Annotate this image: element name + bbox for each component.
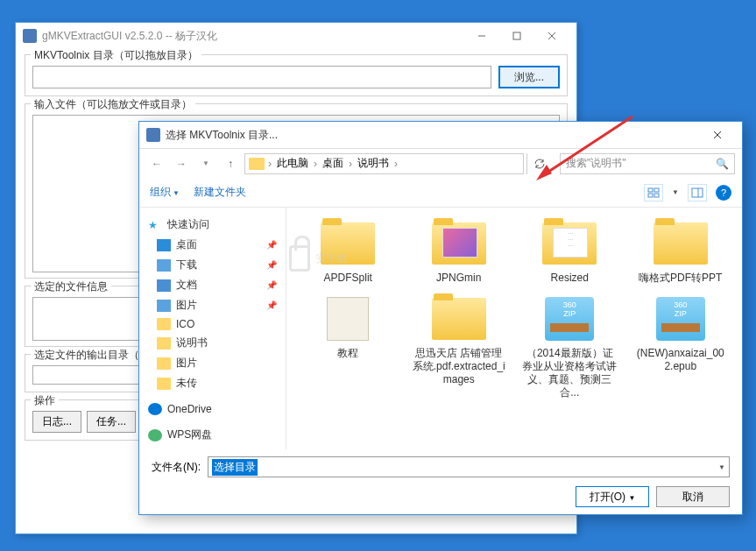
- sidebar-manual[interactable]: 说明书: [145, 333, 280, 353]
- folder-item[interactable]: JPNGmin: [405, 216, 514, 286]
- filename-label: 文件名(N):: [152, 460, 201, 475]
- folder-item[interactable]: ········· Resized: [515, 216, 625, 286]
- folder-icon: [249, 158, 265, 170]
- folder-icon: [157, 357, 171, 370]
- dialog-footer: 文件名(N): 选择目录 ▼ 打开(O) ▼ 取消: [139, 449, 742, 514]
- pin-icon: 📌: [266, 260, 277, 270]
- task-button[interactable]: 任务...: [87, 411, 136, 433]
- nav-bar: ← → ▼ ↑ › 此电脑 › 桌面 › 说明书 › 搜索"说明书" 🔍: [139, 148, 742, 178]
- browse-button[interactable]: 浏览...: [498, 66, 560, 88]
- folder-icon: [157, 378, 171, 390]
- pin-icon: 📌: [266, 280, 277, 290]
- file-list-pane[interactable]: APDFSplit JPNGmin ········· Resized 嗨格式P…: [286, 208, 742, 449]
- open-button[interactable]: 打开(O) ▼: [576, 486, 649, 507]
- sidebar-weichuan[interactable]: 未传: [145, 373, 280, 393]
- crumb-thispc[interactable]: 此电脑: [272, 156, 314, 171]
- toolbar: 组织▼ 新建文件夹 ▼ ?: [139, 178, 742, 208]
- folder-icon: [432, 223, 486, 265]
- group-label: 操作: [31, 393, 59, 408]
- organize-menu[interactable]: 组织▼: [150, 185, 180, 200]
- view-dropdown-icon[interactable]: ▼: [672, 188, 679, 196]
- sidebar-downloads[interactable]: 下载📌: [145, 255, 280, 275]
- nav-up-button[interactable]: ↑: [220, 153, 241, 174]
- crumb-manual[interactable]: 说明书: [352, 156, 394, 171]
- dialog-icon: [146, 128, 160, 142]
- svg-rect-9: [654, 194, 659, 197]
- sidebar-ico[interactable]: ICO: [145, 315, 280, 333]
- folder-item[interactable]: 思迅天店 店铺管理系统.pdf.extracted_images: [405, 292, 514, 401]
- chevron-right-icon[interactable]: ›: [394, 158, 398, 170]
- svg-rect-6: [648, 188, 653, 192]
- search-icon: 🔍: [716, 158, 729, 170]
- close-button[interactable]: [534, 24, 569, 48]
- main-title: gMKVExtractGUI v2.5.2.0 -- 杨子汉化: [42, 29, 464, 44]
- svg-rect-1: [513, 32, 520, 39]
- picture-icon: [157, 300, 171, 312]
- filename-input[interactable]: 选择目录 ▼: [208, 456, 730, 477]
- sidebar-pictures[interactable]: 图片📌: [145, 295, 280, 315]
- folder-icon: [157, 318, 171, 330]
- pin-icon: 📌: [266, 240, 277, 250]
- search-input[interactable]: 搜索"说明书" 🔍: [560, 153, 735, 174]
- thumbnail-icon: [442, 228, 477, 258]
- log-button[interactable]: 日志...: [32, 411, 81, 433]
- nav-forward-button: →: [171, 153, 192, 174]
- svg-rect-7: [654, 188, 659, 192]
- svg-rect-10: [692, 188, 703, 197]
- cancel-button[interactable]: 取消: [656, 486, 730, 507]
- chevron-down-icon[interactable]: ▼: [718, 463, 725, 471]
- view-mode-button[interactable]: [644, 184, 663, 201]
- group-mkvtoolnix-path: MKVToolnix 目录（可以拖放目录） 浏览...: [25, 54, 568, 96]
- dialog-close-button[interactable]: [700, 123, 735, 147]
- folder-item[interactable]: 教程: [293, 292, 403, 401]
- maximize-button[interactable]: [499, 24, 534, 48]
- stack-icon: [327, 297, 369, 341]
- folder-icon: ·········: [542, 223, 597, 265]
- sidebar: ★快速访问 桌面📌 下载📌 文档📌 图片📌 ICO 说明书 图片 未传 OneD…: [139, 208, 286, 449]
- main-titlebar: gMKVExtractGUI v2.5.2.0 -- 杨子汉化: [16, 23, 576, 49]
- refresh-button[interactable]: [526, 153, 551, 174]
- svg-rect-8: [648, 194, 653, 197]
- preview-pane-button[interactable]: [688, 184, 707, 201]
- sidebar-pictures2[interactable]: 图片: [145, 353, 280, 373]
- dialog-titlebar: 选择 MKVToolnix 目录...: [139, 122, 742, 148]
- file-item[interactable]: 360ZIP （2014最新版）证券业从业资格考试讲义、真题、预测三合...: [515, 292, 625, 401]
- app-icon: [23, 29, 37, 43]
- group-label: 输入文件（可以拖放文件或目录）: [31, 97, 195, 112]
- group-label: MKVToolnix 目录（可以拖放目录）: [31, 48, 201, 63]
- sidebar-quick-access[interactable]: ★快速访问: [145, 215, 280, 235]
- group-label: 选定的文件信息: [31, 279, 111, 294]
- sidebar-documents[interactable]: 文档📌: [145, 275, 280, 295]
- folder-item[interactable]: APDFSplit: [293, 216, 403, 286]
- nav-back-button[interactable]: ←: [146, 153, 167, 174]
- new-folder-button[interactable]: 新建文件夹: [194, 185, 246, 200]
- cloud-icon: [148, 403, 162, 415]
- folder-item[interactable]: 嗨格式PDF转PPT: [626, 216, 736, 286]
- star-icon: ★: [148, 219, 162, 231]
- nav-recent-button[interactable]: ▼: [195, 153, 216, 174]
- thumbnail-icon: ·········: [553, 228, 588, 258]
- folder-icon: [432, 298, 486, 340]
- crumb-desktop[interactable]: 桌面: [317, 156, 349, 171]
- download-icon: [157, 259, 171, 272]
- help-button[interactable]: ?: [716, 185, 731, 201]
- folder-icon: [157, 337, 171, 350]
- mkvtoolnix-path-input[interactable]: [32, 66, 491, 88]
- folder-browse-dialog: 选择 MKVToolnix 目录... ← → ▼ ↑ › 此电脑 › 桌面 ›…: [138, 121, 743, 515]
- dialog-title: 选择 MKVToolnix 目录...: [166, 128, 700, 143]
- search-placeholder: 搜索"说明书": [566, 156, 626, 171]
- folder-icon: [321, 223, 375, 265]
- desktop-icon: [157, 239, 171, 251]
- zip-icon: 360ZIP: [656, 297, 705, 341]
- breadcrumb[interactable]: › 此电脑 › 桌面 › 说明书 ›: [244, 153, 524, 174]
- file-item[interactable]: 360ZIP (NEW)anxaizai_002.epub: [626, 292, 736, 401]
- sidebar-onedrive[interactable]: OneDrive: [145, 400, 280, 418]
- zip-icon: 360ZIP: [545, 297, 594, 341]
- folder-icon: [654, 223, 708, 265]
- document-icon: [157, 279, 171, 292]
- sidebar-desktop[interactable]: 桌面📌: [145, 235, 280, 255]
- sidebar-wps[interactable]: WPS网盘: [145, 425, 280, 445]
- pin-icon: 📌: [266, 300, 277, 310]
- minimize-button[interactable]: [464, 24, 499, 48]
- wps-icon: [148, 429, 162, 442]
